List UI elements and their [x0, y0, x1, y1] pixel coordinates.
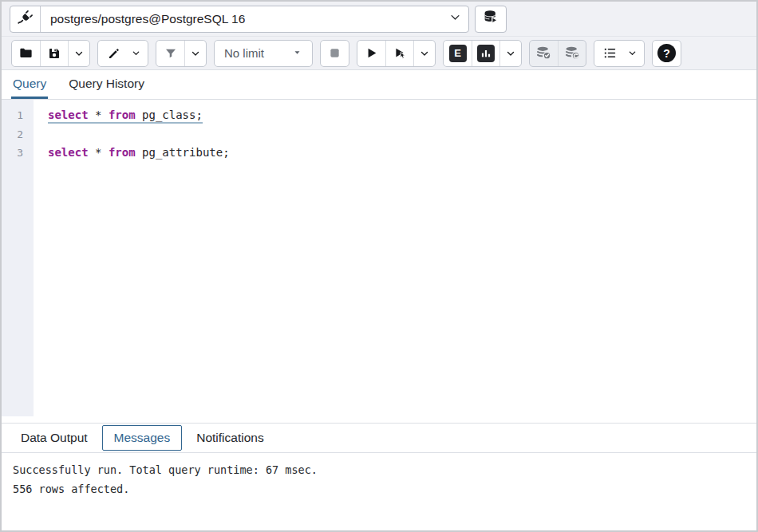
macro-dropdown-button[interactable] [622, 41, 644, 66]
explain-analyze-chart-icon [477, 45, 495, 62]
row-limit-value: No limit [224, 46, 264, 60]
database-commit-icon [535, 45, 552, 61]
rollback-button[interactable] [558, 41, 586, 66]
tab-data-output[interactable]: Data Output [12, 425, 97, 451]
stop-query-button[interactable] [321, 41, 349, 66]
folder-icon [18, 45, 34, 61]
output-tab-row: Data Output Messages Notifications [2, 423, 756, 453]
chevron-down-icon [628, 49, 637, 57]
chevron-down-icon [506, 49, 515, 58]
new-connection-button[interactable] [475, 6, 507, 33]
code-area[interactable]: select * from pg_class;select * from pg_… [34, 100, 756, 416]
connect-button[interactable] [10, 6, 41, 32]
help-button[interactable]: ? [653, 41, 681, 66]
explain-e-icon: E [449, 45, 467, 62]
funnel-filter-icon [164, 46, 178, 61]
tab-data-output-label: Data Output [21, 431, 88, 444]
help-question-icon: ? [657, 44, 676, 62]
explain-analyze-button[interactable] [472, 41, 499, 66]
database-new-connection-icon [483, 9, 499, 29]
filter-button-group [156, 40, 207, 67]
row-limit-select[interactable]: No limit [214, 40, 313, 67]
save-button[interactable] [40, 41, 68, 66]
stop-icon [327, 45, 342, 61]
editor-tab-row: Query Query History [2, 70, 756, 100]
numbered-list-icon [602, 45, 618, 61]
tab-notifications-label: Notifications [196, 431, 263, 444]
connection-bar: postgres/postgres@PostgreSQL 16 [2, 2, 756, 37]
sql-editor[interactable]: 123 select * from pg_class;select * from… [2, 100, 756, 416]
play-icon [364, 45, 379, 61]
tab-query-label: Query [13, 77, 46, 91]
tab-query-history-label: Query History [69, 77, 144, 91]
edit-button-group [97, 40, 148, 67]
save-dropdown-button[interactable] [68, 41, 89, 66]
pencil-icon [107, 46, 121, 61]
line-number-gutter: 123 [2, 100, 34, 416]
edit-menu-button[interactable] [98, 41, 126, 66]
tab-query-history[interactable]: Query History [67, 70, 146, 99]
chevron-down-icon [420, 49, 429, 58]
plug-icon [17, 9, 34, 30]
filter-dropdown-button[interactable] [184, 41, 206, 66]
chevron-down-icon [449, 11, 461, 26]
macro-button-group [594, 40, 645, 67]
dropdown-triangle-icon [292, 46, 302, 60]
execute-button[interactable] [357, 41, 385, 66]
play-cursor-icon [393, 45, 408, 61]
edit-dropdown-button[interactable] [126, 41, 148, 66]
macro-menu-button[interactable] [594, 41, 622, 66]
explain-button-group: E [443, 40, 522, 67]
file-button-group [11, 40, 90, 67]
database-rollback-icon [564, 45, 581, 61]
transaction-button-group [529, 40, 586, 67]
execute-button-group [357, 40, 436, 67]
execute-dropdown-button[interactable] [413, 41, 435, 66]
explain-dropdown-button[interactable] [499, 41, 521, 66]
filter-button[interactable] [156, 41, 184, 66]
execute-from-cursor-button[interactable] [385, 41, 413, 66]
tab-query[interactable]: Query [11, 70, 48, 99]
chevron-down-icon [191, 49, 200, 58]
message-line: Successfully run. Total query runtime: 6… [13, 460, 745, 479]
help-button-group: ? [652, 40, 681, 67]
connection-combo: postgres/postgres@PostgreSQL 16 [10, 6, 469, 33]
tab-messages-label: Messages [114, 431, 171, 444]
query-tool-window: postgres/postgres@PostgreSQL 16 [0, 0, 758, 532]
messages-panel: Successfully run. Total query runtime: 6… [2, 453, 756, 530]
explain-button[interactable]: E [444, 41, 472, 66]
save-floppy-icon [47, 46, 61, 61]
tab-messages[interactable]: Messages [102, 425, 183, 451]
open-file-button[interactable] [12, 41, 40, 66]
message-line: 556 rows affected. [13, 479, 745, 499]
commit-button[interactable] [530, 41, 558, 66]
chevron-down-icon [74, 49, 84, 58]
tab-notifications[interactable]: Notifications [188, 425, 272, 451]
query-toolbar: No limit [2, 37, 756, 70]
cancel-button-group [320, 40, 349, 67]
connection-select[interactable]: postgres/postgres@PostgreSQL 16 [41, 6, 441, 32]
panel-splitter[interactable] [2, 416, 756, 423]
chevron-down-icon [132, 49, 140, 57]
connection-caret-button[interactable] [441, 6, 468, 32]
